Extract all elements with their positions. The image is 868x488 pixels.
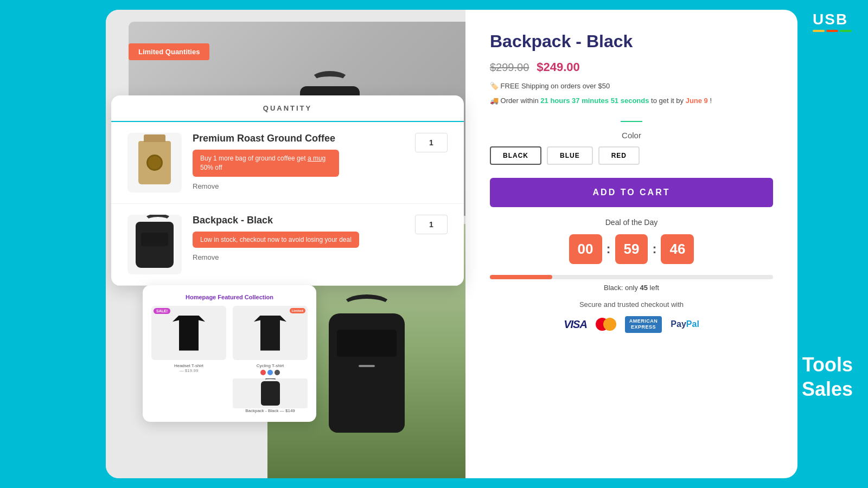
cart-widget: QUANTITY Premium Roast Ground Coffee Buy… <box>111 95 464 286</box>
featured-product-cycling[interactable]: Limited Cycling T-shirt <box>233 306 308 413</box>
countdown-sep-1: : <box>607 241 611 256</box>
countdown-timer: 00 : 59 : 46 <box>490 234 773 264</box>
featured-cycling-name: Cycling T-shirt <box>233 363 308 368</box>
price-sale: $249.00 <box>537 60 580 74</box>
shipping-info: 🏷️ FREE Shipping on orders over $50 <box>490 82 773 90</box>
cart-item-coffee: Premium Roast Ground Coffee Buy 1 more b… <box>111 122 464 204</box>
paypal-pal-text: Pal <box>686 319 699 329</box>
boost-line2: to Boost Sales <box>717 377 853 401</box>
payment-icons: VISA AMERICANEXPRESS PayPal <box>490 316 773 333</box>
color-divider <box>621 121 642 122</box>
stock-bar-container <box>490 275 773 279</box>
limited-mini-badge: Limited <box>290 308 305 313</box>
order-info: 🚚 Order within 21 hours 37 minutes 51 se… <box>490 95 773 107</box>
checkout-label: Secure and trusted checkout with <box>490 300 773 309</box>
limited-quantities-badge: Limited Quantities <box>129 43 209 60</box>
logo-bar-1 <box>813 30 825 32</box>
order-countdown: 21 hours 37 minutes 51 seconds <box>540 97 649 105</box>
countdown-minutes: 59 <box>615 234 648 264</box>
visa-payment-icon: VISA <box>564 318 587 331</box>
stock-text: Black: only 45 left <box>490 284 773 292</box>
backpack-bag-icon <box>136 222 174 268</box>
backpack-promo-banner: Low in stock, checkout now to avoid losi… <box>193 232 359 248</box>
boost-line1: 30+ Tools <box>717 352 853 377</box>
deal-label: Deal of the Day <box>490 218 773 227</box>
color-btn-red[interactable]: RED <box>598 146 640 165</box>
left-section: Limited Quantities QUANTITY <box>106 10 465 478</box>
boost-sales-text: 30+ Tools to Boost Sales <box>717 352 853 401</box>
color-label: Color <box>490 131 773 140</box>
featured-shirt-image: SALE! <box>151 306 226 360</box>
coffee-promo-banner: Buy 1 more bag of ground coffee get a mu… <box>193 150 339 177</box>
color-btn-blue[interactable]: BLUE <box>547 146 593 165</box>
mastercard-payment-icon <box>596 318 616 331</box>
coffee-bag-emblem <box>146 155 163 171</box>
amex-payment-icon: AMERICANEXPRESS <box>625 316 662 333</box>
logo-text: USB <box>813 11 848 28</box>
swatch-red <box>260 370 266 375</box>
featured-shirt-name: Headset T-shirt <box>151 363 226 368</box>
featured-card-title: Homepage Featured Collection <box>151 294 308 300</box>
coffee-quantity[interactable]: 1 <box>415 133 448 152</box>
color-swatches <box>233 370 308 375</box>
coffee-item-info: Premium Roast Ground Coffee Buy 1 more b… <box>193 133 404 190</box>
backpack-quantity[interactable]: 1 <box>415 215 448 234</box>
delivery-date: June 9 <box>686 97 708 105</box>
coffee-remove-link[interactable]: Remove <box>193 182 404 190</box>
mc-yellow-circle <box>603 318 616 331</box>
price-row: $299.00 $249.00 <box>490 60 773 74</box>
swatch-dark <box>275 370 280 375</box>
featured-products-list: SALE! Headset T-shirt — $19.99 Limited <box>151 306 308 413</box>
backpack-item-info: Backpack - Black Low in stock, checkout … <box>193 215 404 261</box>
featured-backpack-name: Backpack - Black — $149 <box>233 408 308 413</box>
featured-shirt-price: — $19.99 <box>151 368 226 373</box>
paypal-pay-text: Pay <box>671 319 686 329</box>
stock-bar-fill <box>490 275 552 279</box>
swatch-blue <box>267 370 273 375</box>
sale-badge: SALE! <box>154 308 170 314</box>
backpack-remove-link[interactable]: Remove <box>193 253 404 261</box>
countdown-seconds: 46 <box>661 234 694 264</box>
paypal-payment-icon: PayPal <box>671 319 699 329</box>
color-btn-black[interactable]: BLACK <box>490 146 541 165</box>
color-options: BLACK BLUE RED <box>490 146 773 165</box>
stock-count: 45 <box>640 284 648 292</box>
usb-logo: USB <box>813 11 852 32</box>
backpack-item-name: Backpack - Black <box>193 215 404 226</box>
countdown-sep-2: : <box>652 241 656 256</box>
countdown-hours: 00 <box>569 234 602 264</box>
product-title: Backpack - Black <box>490 31 773 52</box>
featured-collection-card: Homepage Featured Collection SALE! Heads… <box>143 285 316 422</box>
price-original: $299.00 <box>490 61 529 74</box>
featured-product-shirt[interactable]: SALE! Headset T-shirt — $19.99 <box>151 306 226 413</box>
logo-underlines <box>813 30 852 32</box>
main-card: Limited Quantities QUANTITY <box>106 10 797 478</box>
coffee-item-image <box>127 133 182 192</box>
logo-bar-3 <box>840 30 852 32</box>
featured-cycling-image: Limited <box>233 306 308 360</box>
cart-header: QUANTITY <box>111 95 464 122</box>
cart-item-backpack: Backpack - Black Low in stock, checkout … <box>111 204 464 286</box>
coffee-bag-icon <box>138 141 171 184</box>
add-to-cart-button[interactable]: ADD TO CART <box>490 178 773 207</box>
logo-bar-2 <box>826 30 838 32</box>
coffee-item-name: Premium Roast Ground Coffee <box>193 133 404 144</box>
backpack-item-image <box>127 215 182 274</box>
right-section: Backpack - Black $299.00 $249.00 🏷️ FREE… <box>465 10 797 478</box>
